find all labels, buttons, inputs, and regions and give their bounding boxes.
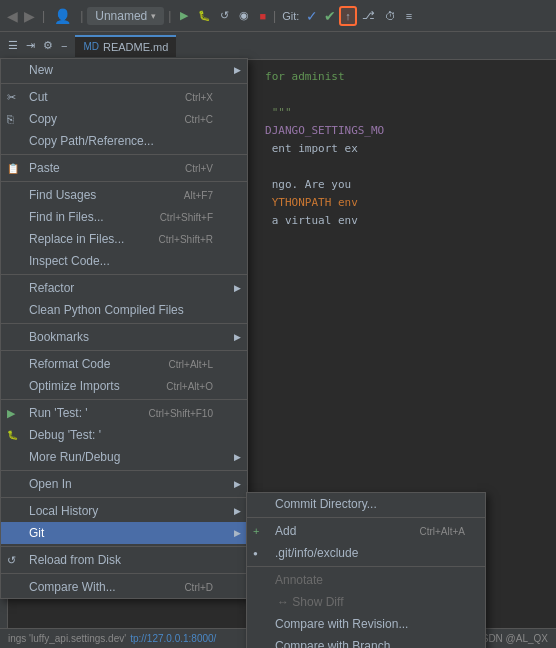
menu-label-find-files: Find in Files...	[29, 210, 104, 224]
rerun-btn[interactable]: ↺	[215, 7, 234, 24]
cut-shortcut: Ctrl+X	[185, 92, 227, 103]
menu-label-reload: Reload from Disk	[29, 553, 121, 567]
submenu-compare-branch[interactable]: Compare with Branch...	[247, 635, 485, 648]
menu-label-optimize: Optimize Imports	[29, 379, 120, 393]
run-shortcut: Ctrl+Shift+F10	[149, 408, 227, 419]
status-left: ings 'luffy_api.settings.dev'	[8, 633, 126, 644]
menu-item-open-in[interactable]: Open In	[1, 473, 247, 495]
sep7	[1, 399, 247, 400]
sep2	[1, 154, 247, 155]
git-history-btn[interactable]: ⏱	[380, 8, 401, 24]
menu-item-git[interactable]: Git	[1, 522, 247, 544]
menu-item-local-history[interactable]: Local History	[1, 500, 247, 522]
context-menu[interactable]: New ✂ Cut Ctrl+X ⎘ Copy Ctrl+C Copy Path…	[0, 58, 248, 599]
collapse-btn[interactable]: −	[57, 38, 71, 54]
find-usages-shortcut: Alt+F7	[184, 190, 227, 201]
dedent-btn[interactable]: ⇥	[22, 37, 39, 54]
coverage-btn[interactable]: ◉	[234, 7, 254, 24]
submenu-commit-dir[interactable]: Commit Directory...	[247, 493, 485, 515]
submenu-gitinfo[interactable]: ● .git/info/exclude	[247, 542, 485, 564]
compare-shortcut: Ctrl+D	[184, 582, 227, 593]
menu-label-inspect: Inspect Code...	[29, 254, 110, 268]
menu-item-clean[interactable]: Clean Python Compiled Files	[1, 299, 247, 321]
menu-item-reformat[interactable]: Reformat Code Ctrl+Alt+L	[1, 353, 247, 375]
submenu-annotate: Annotate	[247, 569, 485, 591]
add-shortcut: Ctrl+Alt+A	[419, 526, 465, 537]
menu-item-copy-path[interactable]: Copy Path/Reference...	[1, 130, 247, 152]
submenu-add[interactable]: + Add Ctrl+Alt+A	[247, 520, 485, 542]
toolbar-sep2: |	[80, 9, 83, 23]
settings-btn[interactable]: ⚙	[39, 37, 57, 54]
run-btn[interactable]: ▶	[175, 7, 193, 24]
git-submenu[interactable]: Commit Directory... + Add Ctrl+Alt+A ● .…	[246, 492, 486, 648]
paste-icon: 📋	[7, 163, 19, 174]
forward-btn[interactable]: ▶	[21, 6, 38, 26]
sep3	[1, 181, 247, 182]
submenu-compare-revision[interactable]: Compare with Revision...	[247, 613, 485, 635]
menu-item-run[interactable]: ▶ Run 'Test: ' Ctrl+Shift+F10	[1, 402, 247, 424]
stop-btn[interactable]: ■	[254, 8, 271, 24]
sep8	[1, 470, 247, 471]
sep10	[1, 546, 247, 547]
menu-item-replace-files[interactable]: Replace in Files... Ctrl+Shift+R	[1, 228, 247, 250]
sep6	[1, 350, 247, 351]
menu-item-copy[interactable]: ⎘ Copy Ctrl+C	[1, 108, 247, 130]
readme-icon: MD	[83, 41, 99, 52]
add-icon: +	[253, 525, 259, 537]
optimize-shortcut: Ctrl+Alt+O	[166, 381, 227, 392]
find-files-shortcut: Ctrl+Shift+F	[160, 212, 227, 223]
indent-btn[interactable]: ☰	[4, 37, 22, 54]
vcs-icon[interactable]: 👤	[49, 6, 76, 26]
toolbar: ◀ ▶ | 👤 | Unnamed ▾ | ▶ 🐛 ↺ ◉ ■ | Git: ✓…	[0, 0, 556, 32]
menu-item-cut[interactable]: ✂ Cut Ctrl+X	[1, 86, 247, 108]
sep11	[1, 573, 247, 574]
debug-btn[interactable]: 🐛	[193, 8, 215, 23]
menu-item-compare[interactable]: Compare With... Ctrl+D	[1, 576, 247, 598]
git-checkmark2[interactable]: ✔	[321, 6, 339, 26]
menu-label-run: Run 'Test: '	[29, 406, 88, 420]
menu-item-bookmarks[interactable]: Bookmarks	[1, 326, 247, 348]
sep1	[1, 83, 247, 84]
sep9	[1, 497, 247, 498]
git-label: Git:	[282, 10, 299, 22]
submenu-label-add: Add	[275, 524, 296, 538]
menu-item-paste[interactable]: 📋 Paste Ctrl+V	[1, 157, 247, 179]
menu-item-find-usages[interactable]: Find Usages Alt+F7	[1, 184, 247, 206]
git-push-toolbar-btn[interactable]: ↑	[339, 6, 357, 26]
menu-item-more-run[interactable]: More Run/Debug	[1, 446, 247, 468]
toolbar-sep: |	[42, 9, 45, 23]
project-selector[interactable]: Unnamed ▾	[87, 7, 164, 25]
sep4	[1, 274, 247, 275]
project-name: Unnamed	[95, 9, 147, 23]
toolbar-sep3: |	[168, 9, 171, 23]
menu-label-compare: Compare With...	[29, 580, 116, 594]
menu-label-refactor: Refactor	[29, 281, 74, 295]
menu-item-optimize[interactable]: Optimize Imports Ctrl+Alt+O	[1, 375, 247, 397]
git-checkmark1[interactable]: ✓	[303, 6, 321, 26]
submenu-label-commit-dir: Commit Directory...	[275, 497, 377, 511]
submenu-label-show-diff: ↔ Show Diff	[275, 595, 343, 609]
menu-label-paste: Paste	[29, 161, 60, 175]
menu-item-debug[interactable]: 🐛 Debug 'Test: '	[1, 424, 247, 446]
menu-label-more-run: More Run/Debug	[29, 450, 120, 464]
git-more-btn[interactable]: ≡	[401, 8, 417, 24]
menu-label-bookmarks: Bookmarks	[29, 330, 89, 344]
cut-icon: ✂	[7, 91, 16, 104]
tabs-bar: ☰ ⇥ ⚙ − MD README.md	[0, 32, 556, 60]
menu-item-reload[interactable]: ↺ Reload from Disk	[1, 549, 247, 571]
copy-icon: ⎘	[7, 113, 14, 125]
menu-label-local-history: Local History	[29, 504, 98, 518]
menu-label-clean: Clean Python Compiled Files	[29, 303, 184, 317]
status-url: tp://127.0.0.1:8000/	[130, 633, 216, 644]
submenu-show-diff: ↔ Show Diff	[247, 591, 485, 613]
file-tab[interactable]: MD README.md	[75, 35, 176, 57]
replace-files-shortcut: Ctrl+Shift+R	[159, 234, 227, 245]
back-btn[interactable]: ◀	[4, 6, 21, 26]
menu-item-inspect[interactable]: Inspect Code...	[1, 250, 247, 272]
menu-item-new[interactable]: New	[1, 59, 247, 81]
git-branch-btn[interactable]: ⎇	[357, 7, 380, 24]
project-dropdown-arrow: ▾	[151, 11, 156, 21]
paste-shortcut: Ctrl+V	[185, 163, 227, 174]
menu-item-find-files[interactable]: Find in Files... Ctrl+Shift+F	[1, 206, 247, 228]
menu-item-refactor[interactable]: Refactor	[1, 277, 247, 299]
